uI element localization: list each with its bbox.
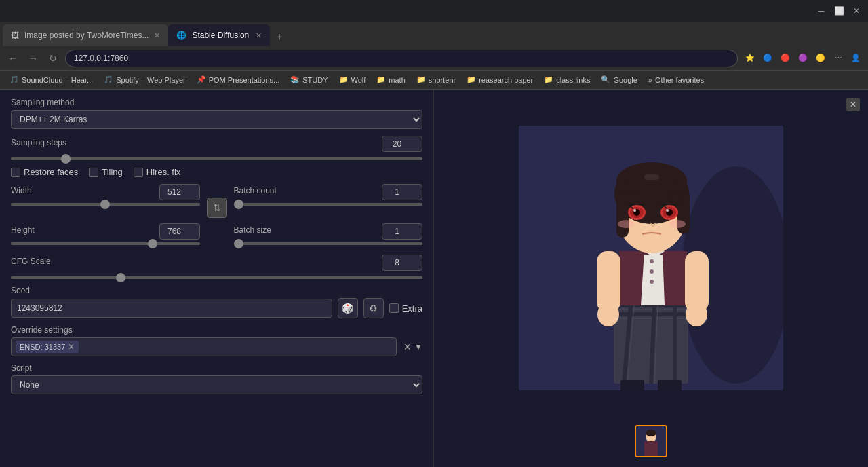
study-icon: 📚 (290, 75, 300, 84)
extension-icon-2[interactable]: 🔵 (761, 52, 774, 65)
override-settings-label: Override settings (11, 325, 422, 335)
override-tag-container[interactable]: ENSD: 31337 ✕ (11, 337, 397, 356)
dice-icon: 🎲 (342, 303, 353, 314)
extension-icon-4[interactable]: 🟣 (796, 52, 810, 65)
tab-image[interactable]: 🖼 Image posted by TwoMoreTimes... ✕ (3, 24, 168, 46)
tab-sd-close[interactable]: ✕ (256, 31, 262, 40)
back-button[interactable]: ← (5, 50, 20, 67)
sampling-steps-input[interactable] (382, 136, 422, 152)
thumbnail-strip (635, 421, 667, 462)
width-slider[interactable] (11, 203, 200, 206)
tab-bar: 🖼 Image posted by TwoMoreTimes... ✕ 🌐 St… (0, 22, 868, 46)
bookmark-class[interactable]: 📁 class links (540, 74, 594, 86)
swap-icon: ⇅ (213, 202, 221, 213)
bookmark-research[interactable]: 📁 reasearch paper (462, 74, 537, 86)
batch-size-input[interactable] (382, 223, 422, 240)
recycle-seed-button[interactable]: ♻ (363, 298, 384, 318)
bookmark-pom[interactable]: 📌 POM Presentations... (193, 74, 284, 86)
more-options-button[interactable]: ⋯ (831, 52, 845, 65)
new-tab-button[interactable]: ＋ (270, 27, 289, 46)
override-settings-section: Override settings ENSD: 31337 ✕ ✕ ▼ (11, 325, 422, 356)
sampling-steps-label: Sampling steps (11, 138, 66, 147)
width-section: Width (11, 184, 200, 210)
bookmark-more[interactable]: » Other favorites (644, 75, 708, 86)
random-seed-button[interactable]: 🎲 (338, 298, 358, 318)
extra-check[interactable] (389, 303, 399, 313)
bookmark-math[interactable]: 📁 math (372, 74, 409, 86)
minimize-btn[interactable]: ─ (815, 5, 827, 17)
bookmark-google[interactable]: 🔍 Google (597, 74, 641, 86)
bookmark-wolf-label: Wolf (351, 76, 366, 84)
bookmark-spotify[interactable]: 🎵 Spotify – Web Player (100, 74, 190, 86)
profile-icon[interactable]: 👤 (849, 52, 863, 65)
seed-input[interactable] (11, 299, 332, 318)
sampling-method-select[interactable]: DPM++ 2M Karras (11, 110, 422, 129)
sampling-steps-slider[interactable] (11, 157, 422, 160)
reload-button[interactable]: ↻ (46, 50, 60, 67)
batch-count-section: Batch count (234, 184, 423, 210)
bookmark-research-label: reasearch paper (479, 76, 533, 84)
address-input[interactable] (65, 50, 738, 67)
close-image-button[interactable]: ✕ (846, 98, 860, 111)
hires-fix-check[interactable] (134, 168, 143, 177)
forward-button[interactable]: → (26, 50, 41, 67)
batch-count-input[interactable] (382, 184, 422, 200)
svg-point-50 (646, 430, 656, 436)
shortenr-icon: 📁 (416, 75, 426, 84)
restore-faces-label: Restore faces (24, 167, 78, 177)
extra-seed-checkbox[interactable]: Extra (389, 303, 422, 314)
svg-point-44 (669, 220, 686, 228)
maximize-btn[interactable]: ⬜ (833, 5, 845, 17)
bookmark-study[interactable]: 📚 STUDY (286, 74, 332, 86)
svg-point-42 (666, 209, 669, 212)
override-dropdown-button[interactable]: ▼ (414, 342, 422, 352)
svg-marker-14 (663, 251, 687, 305)
batch-size-slider[interactable] (234, 242, 423, 245)
tiling-check[interactable] (89, 168, 98, 177)
sampling-steps-section: Sampling steps (11, 136, 422, 160)
bookmarks-bar: 🎵 SoundCloud – Hear... 🎵 Spotify – Web P… (0, 71, 868, 90)
cfg-scale-input[interactable] (382, 255, 422, 271)
tab-stable-diffusion[interactable]: 🌐 Stable Diffusion ✕ (168, 24, 270, 46)
svg-marker-13 (619, 251, 644, 305)
extension-icon-1[interactable]: ⭐ (743, 52, 757, 65)
tab-image-close[interactable]: ✕ (154, 31, 160, 40)
bookmark-spotify-label: Spotify – Web Player (116, 76, 186, 84)
tab-image-icon: 🖼 (11, 31, 19, 40)
restore-faces-check[interactable] (11, 168, 20, 177)
svg-point-21 (686, 302, 707, 326)
bookmark-math-label: math (389, 76, 405, 84)
bookmark-soundcloud[interactable]: 🎵 SoundCloud – Hear... (5, 74, 97, 86)
width-label: Width (11, 186, 32, 195)
tab-sd-icon: 🌐 (176, 31, 186, 40)
cfg-scale-slider[interactable] (11, 276, 422, 279)
tab-image-label: Image posted by TwoMoreTimes... (24, 31, 149, 40)
close-btn[interactable]: ✕ (850, 5, 863, 17)
address-bar: ← → ↻ ⭐ 🔵 🔴 🟣 🟡 ⋯ 👤 (0, 46, 868, 71)
svg-point-20 (597, 302, 619, 326)
override-tag-remove[interactable]: ✕ (68, 342, 75, 352)
extension-icon-3[interactable]: 🔴 (778, 52, 792, 65)
override-clear-button[interactable]: ✕ (403, 341, 412, 352)
bookmark-wolf[interactable]: 📁 Wolf (335, 74, 370, 86)
height-slider[interactable] (11, 242, 200, 245)
width-input[interactable] (159, 184, 200, 200)
script-select[interactable]: None (11, 375, 422, 394)
override-tag-text: ENSD: 31337 (20, 343, 65, 351)
bookmark-google-label: Google (613, 76, 637, 84)
tiling-checkbox[interactable]: Tiling (89, 167, 123, 177)
svg-point-43 (618, 220, 634, 228)
seed-section: Seed 🎲 ♻ Extra (11, 286, 422, 318)
bookmark-other-label: Other favorites (655, 76, 704, 84)
batch-count-slider[interactable] (234, 203, 423, 206)
restore-faces-checkbox[interactable]: Restore faces (11, 167, 78, 177)
bookmark-shortenr[interactable]: 📁 shortenr (412, 74, 460, 86)
class-icon: 📁 (544, 75, 553, 84)
app-container: Sampling method DPM++ 2M Karras Sampling… (0, 90, 868, 467)
thumbnail-0[interactable] (635, 425, 667, 457)
height-input[interactable] (159, 223, 200, 240)
hires-fix-checkbox[interactable]: Hires. fix (134, 167, 181, 177)
extension-icon-5[interactable]: 🟡 (814, 52, 827, 65)
swap-dimensions-button[interactable]: ⇅ (207, 198, 227, 218)
cfg-scale-section: CFG Scale (11, 255, 422, 279)
